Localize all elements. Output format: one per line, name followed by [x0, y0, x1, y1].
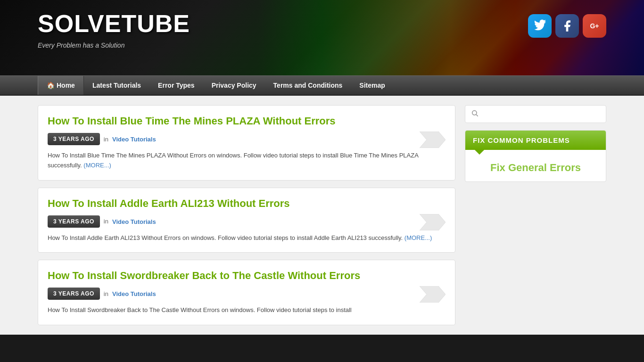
post-in-label-2: in: [104, 218, 108, 225]
post-category-link-3[interactable]: Video Tutorials: [112, 290, 156, 297]
svg-marker-0: [420, 132, 446, 148]
post-link-1[interactable]: How To Install Blue Time The Mines PLAZA…: [48, 115, 336, 127]
nav-link-latest-tutorials[interactable]: Latest Tutorials: [84, 76, 149, 95]
post-arrow-2: [420, 214, 446, 230]
home-icon: 🏠: [47, 82, 55, 89]
post-title-3: How To Install Swordbreaker Back to The …: [48, 270, 446, 282]
nav-item-privacy-policy[interactable]: Privacy Policy: [203, 76, 265, 95]
nav-link-privacy-policy[interactable]: Privacy Policy: [203, 76, 265, 95]
post-title-2: How To Install Addle Earth ALI213 Withou…: [48, 197, 446, 210]
twitter-icon[interactable]: [528, 14, 552, 38]
svg-marker-1: [420, 214, 446, 230]
nav-link-error-types[interactable]: Error Types: [149, 76, 203, 95]
post-excerpt-2: How To Install Addle Earth ALI213 Withou…: [48, 233, 446, 243]
post-card-3: How To Install Swordbreaker Back to The …: [38, 260, 455, 325]
post-arrow-1: [420, 132, 446, 148]
content-area: How To Install Blue Time The Mines PLAZA…: [0, 96, 644, 335]
fix-problems-header: FIX COMMON PROBLEMS: [465, 131, 606, 150]
google-plus-icon[interactable]: G+: [583, 14, 606, 38]
main-nav: 🏠Home Latest Tutorials Error Types Priva…: [0, 75, 644, 96]
post-title-1: How To Install Blue Time The Mines PLAZA…: [48, 115, 446, 127]
nav-item-home[interactable]: 🏠Home: [38, 76, 84, 95]
nav-item-sitemap[interactable]: Sitemap: [351, 76, 393, 95]
site-header: SOLVETUBE Every Problem has a Solution G…: [0, 0, 644, 75]
fix-general-errors-link[interactable]: Fix General Errors: [490, 162, 581, 173]
posts-list: How To Install Blue Time The Mines PLAZA…: [38, 105, 455, 325]
post-category-link-2[interactable]: Video Tutorials: [112, 218, 156, 225]
svg-line-4: [476, 115, 478, 116]
post-card-1: How To Install Blue Time The Mines PLAZA…: [38, 105, 455, 181]
post-excerpt-1: How To Install Blue Time The Mines PLAZA…: [48, 151, 446, 171]
svg-point-3: [472, 111, 477, 115]
post-meta-1: 3 YEARS AGO in Video Tutorials: [48, 133, 446, 145]
post-meta-2: 3 YEARS AGO in Video Tutorials: [48, 215, 446, 228]
facebook-icon[interactable]: [555, 14, 579, 38]
nav-list: 🏠Home Latest Tutorials Error Types Priva…: [0, 76, 644, 95]
post-category-1: Video Tutorials: [112, 135, 156, 143]
fix-problems-body: Fix General Errors: [465, 150, 606, 181]
post-link-2[interactable]: How To Install Addle Earth ALI213 Withou…: [48, 197, 290, 209]
post-date-1: 3 YEARS AGO: [48, 133, 100, 145]
post-more-link-2[interactable]: (MORE...): [405, 234, 432, 241]
search-icon: [471, 109, 479, 119]
nav-item-error-types[interactable]: Error Types: [149, 76, 203, 95]
post-excerpt-3: How To Install Swordbreaker Back to The …: [48, 305, 446, 315]
site-title: SOLVETUBE: [38, 9, 606, 38]
nav-link-home[interactable]: 🏠Home: [38, 76, 84, 95]
post-link-3[interactable]: How To Install Swordbreaker Back to The …: [48, 270, 360, 281]
nav-link-sitemap[interactable]: Sitemap: [351, 76, 393, 95]
post-category-2: Video Tutorials: [112, 217, 156, 226]
post-category-3: Video Tutorials: [112, 289, 156, 298]
post-date-2: 3 YEARS AGO: [48, 215, 100, 228]
post-in-label-1: in: [104, 136, 108, 143]
search-input[interactable]: [482, 110, 600, 118]
post-meta-3: 3 YEARS AGO in Video Tutorials: [48, 288, 446, 300]
post-category-link-1[interactable]: Video Tutorials: [112, 136, 156, 143]
fix-problems-widget: FIX COMMON PROBLEMS Fix General Errors: [465, 130, 606, 182]
svg-marker-2: [420, 286, 446, 303]
post-in-label-3: in: [104, 290, 108, 297]
nav-link-terms[interactable]: Terms and Conditions: [265, 76, 351, 95]
nav-item-latest-tutorials[interactable]: Latest Tutorials: [84, 76, 149, 95]
post-card-2: How To Install Addle Earth ALI213 Withou…: [38, 188, 455, 253]
nav-item-terms[interactable]: Terms and Conditions: [265, 76, 351, 95]
post-date-3: 3 YEARS AGO: [48, 288, 100, 300]
sidebar: FIX COMMON PROBLEMS Fix General Errors: [465, 105, 606, 325]
post-more-link-1[interactable]: (MORE...): [83, 162, 111, 169]
search-box[interactable]: [465, 105, 606, 123]
post-arrow-3: [420, 286, 446, 303]
social-icons: G+: [528, 14, 606, 38]
site-tagline: Every Problem has a Solution: [38, 41, 606, 49]
